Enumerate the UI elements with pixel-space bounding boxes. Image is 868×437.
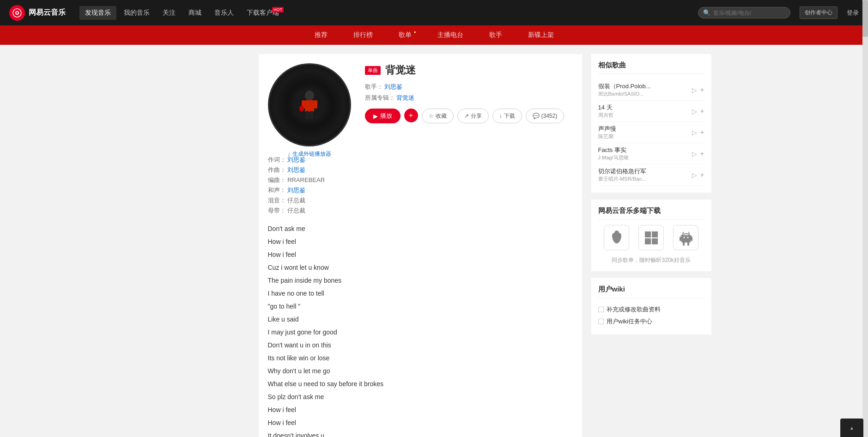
nav-item-musician[interactable]: 音乐人 [209,6,239,20]
bottom-bar[interactable]: ▲ [840,419,863,437]
similar-song-item: 声声慢 陈艺廊 ▷ + [598,122,704,143]
lyric-line: What else u need to say before it brokes [268,377,573,390]
harmony-link[interactable]: 刘思鉴 [287,187,305,194]
artist-link[interactable]: 刘思鉴 [384,83,402,90]
search-box[interactable]: 🔍 [698,7,790,18]
similar-song-artist: 周兴哲 [598,112,692,119]
download-ios-button[interactable] [604,225,629,250]
lyric-meta-composer: 作曲： 刘思鉴 [268,166,573,174]
lyric-line: How i feel [268,403,573,416]
similar-song-item: 假装（Prod.Polob... 班比Bambi/SASIO... ▷ + [598,79,704,101]
similar-song-actions: ▷ + [692,128,704,137]
download-section: 网易云音乐多端下载 [591,200,711,271]
wiki-item[interactable]: 用户wiki任务中心 [598,316,704,328]
logo-icon [9,5,25,21]
nav-items: 发现音乐 我的音乐 关注 商城 音乐人 下载客户端 HOT [79,6,689,20]
scrollbar-thumb[interactable] [862,0,868,37]
lyric-line: So plz don't ask me [268,390,573,403]
play-button[interactable]: ▶ 播放 [365,109,401,123]
nav-item-shop[interactable]: 商城 [183,6,207,20]
comment-icon: 💬 [533,113,540,119]
similar-add-button[interactable]: + [700,171,704,179]
song-header: ♪ 生成外链播放器 单曲 背觉迷 歌手： 刘思鉴 所属专辑： 背觉迷 [268,63,573,146]
album-link[interactable]: 背觉迷 [396,94,414,101]
similar-song-name[interactable]: Facts 事实 [598,146,692,154]
svg-rect-11 [652,231,658,237]
similar-song-artist: 塞壬唱片-MSR/Bao... [598,176,692,182]
svg-rect-6 [314,100,317,109]
similar-add-button[interactable]: + [700,128,704,137]
lyric-line: How i feel [268,416,573,429]
lyric-line: It doesn't involves u [268,429,573,437]
external-link[interactable]: ♪ 生成外链播放器 [268,150,351,158]
download-title: 网易云音乐多端下载 [598,206,704,219]
logo-area: 网易云音乐 [9,5,66,21]
similar-song-name[interactable]: 14 天 [598,103,692,112]
similar-song-name[interactable]: 切尔诺伯格急行军 [598,167,692,176]
wiki-item[interactable]: 补充或修改歌曲资料 [598,303,704,316]
download-windows-button[interactable] [638,225,664,250]
nav-item-mymusic[interactable]: 我的音乐 [118,6,155,20]
svg-rect-10 [645,231,651,237]
lyric-meta-master: 母带： 仔总裁 [268,206,573,215]
similar-songs-title: 相似歌曲 [598,61,704,74]
new-dot: ● [414,30,416,34]
search-icon: 🔍 [703,9,710,16]
similar-song-artist: J.Mag/马思唯 [598,154,692,161]
download-android-button[interactable] [673,225,698,250]
wiki-item-label: 补充或修改歌曲资料 [607,305,661,314]
similar-play-button[interactable]: ▷ [692,86,697,94]
lyric-line: "go to hell " [268,300,573,313]
composer-link[interactable]: 刘思鉴 [287,166,305,173]
similar-play-button[interactable]: ▷ [692,171,697,179]
comment-button[interactable]: 💬 (3452) [526,109,565,123]
collect-icon: ☆ [429,113,434,119]
collect-button[interactable]: ☆ 收藏 [422,109,454,123]
song-title-row: 单曲 背觉迷 [365,63,573,77]
svg-rect-4 [305,100,314,112]
right-sidebar: 相似歌曲 假装（Prod.Polob... 班比Bambi/SASIO... ▷… [591,54,711,437]
svg-point-2 [16,12,18,14]
subnav-artists[interactable]: 歌手 [486,29,506,41]
artist-row: 歌手： 刘思鉴 [365,83,573,91]
subnav-radio[interactable]: 主播电台 [434,29,467,41]
lyric-line: Why don't u let me go [268,364,573,377]
svg-point-19 [687,237,688,238]
similar-play-button[interactable]: ▷ [692,108,697,115]
lyric-line: Like u said [268,313,573,326]
scrollbar-track[interactable] [862,0,868,437]
similar-add-button[interactable]: + [700,150,704,158]
svg-point-3 [305,91,314,101]
similar-add-button[interactable]: + [700,107,704,115]
similar-song-name[interactable]: 声声慢 [598,125,692,133]
nav-item-download[interactable]: 下载客户端 HOT [241,6,285,20]
add-to-playlist-button[interactable]: + [404,109,418,122]
search-input[interactable] [713,10,783,16]
download-button[interactable]: ↓ 下载 [492,109,522,123]
similar-song-info: 切尔诺伯格急行军 塞壬唱片-MSR/Bao... [598,167,692,182]
wiki-title: 用户wiki [598,285,704,298]
similar-song-info: 假装（Prod.Polob... 班比Bambi/SASIO... [598,82,692,97]
svg-rect-15 [691,237,692,241]
subnav-newalbums[interactable]: 新碟上架 [524,29,558,41]
subnav-playlist[interactable]: 歌单 ● [395,29,415,41]
creator-button[interactable]: 创作者中心 [800,6,838,19]
nav-item-follow[interactable]: 关注 [157,6,181,20]
similar-song-name[interactable]: 假装（Prod.Polob... [598,82,692,91]
download-icon: ↓ [499,113,502,119]
song-info: 单曲 背觉迷 歌手： 刘思鉴 所属专辑： 背觉迷 ▶ 播放 + [365,63,573,146]
nav-item-discover[interactable]: 发现音乐 [79,6,116,20]
similar-play-button[interactable]: ▷ [692,129,697,136]
share-button[interactable]: ↗ 分享 [457,109,489,123]
similar-add-button[interactable]: + [700,86,704,94]
lyrics-text: Don't ask meHow i feelHow i feelCuz i wo… [268,222,573,437]
login-button[interactable]: 登录 [847,9,859,17]
action-buttons: ▶ 播放 + ☆ 收藏 ↗ 分享 ↓ 下载 [365,109,573,123]
subnav-recommend[interactable]: 推荐 [311,29,331,41]
wiki-item-label: 用户wiki任务中心 [607,317,653,326]
lyric-line: Its not like win or lose [268,352,573,364]
similar-play-button[interactable]: ▷ [692,150,697,158]
lyric-line: I have no one to tell [268,287,573,300]
subnav-charts[interactable]: 排行榜 [350,29,376,41]
similar-songs-list: 假装（Prod.Polob... 班比Bambi/SASIO... ▷ + 14… [598,79,704,186]
